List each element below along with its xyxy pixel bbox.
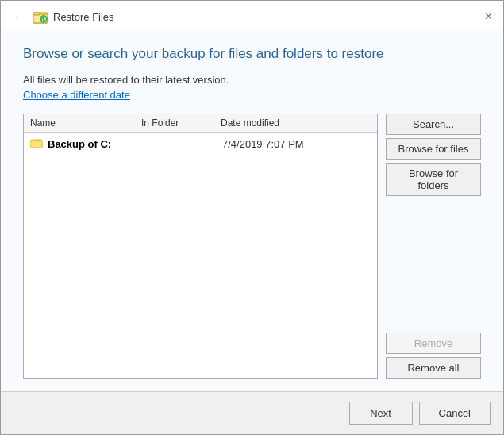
browse-folders-button[interactable]: Browse for folders	[386, 163, 481, 196]
next-button[interactable]: Next	[349, 402, 413, 425]
title-bar: ← ↺ Restore Files ×	[1, 1, 503, 29]
window: ← ↺ Restore Files × Browse or search you…	[0, 0, 504, 435]
col-header-date: Date modified	[221, 117, 371, 129]
main-area: Name In Folder Date modified Bac	[23, 114, 481, 379]
page-heading: Browse or search your backup for files a…	[23, 45, 481, 63]
file-name: Backup of C:	[48, 138, 143, 150]
svg-rect-6	[30, 141, 42, 148]
content-area: Browse or search your backup for files a…	[1, 29, 503, 391]
file-list-container: Name In Folder Date modified Bac	[23, 114, 378, 379]
file-date: 7/4/2019 7:07 PM	[222, 138, 371, 150]
window-title: Restore Files	[53, 11, 114, 23]
table-row[interactable]: Backup of C: 7/4/2019 7:07 PM	[24, 134, 377, 154]
restore-files-icon: ↺	[33, 9, 48, 25]
svg-text:↺: ↺	[41, 17, 47, 24]
file-list-body: Backup of C: 7/4/2019 7:07 PM	[24, 133, 377, 156]
svg-rect-7	[30, 140, 35, 141]
svg-rect-2	[33, 13, 40, 15]
remove-all-button[interactable]: Remove all	[386, 357, 481, 379]
col-header-name: Name	[30, 117, 141, 129]
remove-button[interactable]: Remove	[386, 333, 481, 354]
browse-files-button[interactable]: Browse for files	[386, 138, 481, 160]
back-button[interactable]: ←	[10, 9, 28, 25]
folder-icon	[30, 137, 43, 151]
info-text: All files will be restored to their late…	[23, 74, 481, 86]
side-buttons: Search... Browse for files Browse for fo…	[386, 114, 481, 379]
bottom-bar: Next Cancel	[1, 391, 503, 434]
file-list-header: Name In Folder Date modified	[24, 114, 377, 133]
col-header-folder: In Folder	[141, 117, 221, 129]
search-button[interactable]: Search...	[386, 114, 481, 135]
cancel-button[interactable]: Cancel	[419, 402, 491, 425]
close-button[interactable]: ×	[480, 9, 497, 25]
choose-date-link[interactable]: Choose a different date	[23, 89, 481, 101]
